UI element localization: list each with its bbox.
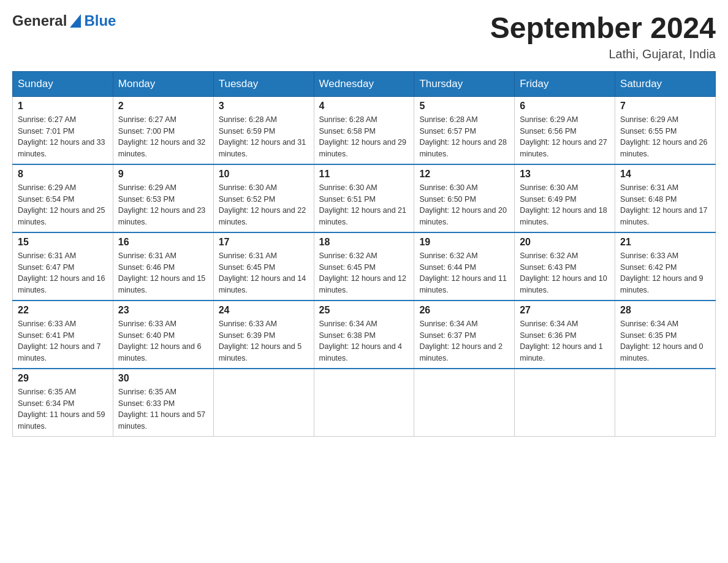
day-number: 28 <box>620 305 710 316</box>
day-number: 20 <box>520 237 610 248</box>
day-info: Sunrise: 6:33 AMSunset: 6:41 PMDaylight:… <box>18 318 108 364</box>
svg-marker-0 <box>70 14 81 28</box>
day-number: 5 <box>419 101 509 112</box>
day-info: Sunrise: 6:35 AMSunset: 6:34 PMDaylight:… <box>18 386 108 432</box>
day-number: 16 <box>118 237 208 248</box>
day-number: 2 <box>118 101 208 112</box>
logo-blue-text: Blue <box>84 12 116 29</box>
calendar-header-tuesday: Tuesday <box>213 71 314 96</box>
title-block: September 2024 Lathi, Gujarat, India <box>490 12 716 61</box>
calendar-header-friday: Friday <box>515 71 615 96</box>
day-info: Sunrise: 6:29 AMSunset: 6:55 PMDaylight:… <box>620 114 710 160</box>
calendar-week-row: 29 Sunrise: 6:35 AMSunset: 6:34 PMDaylig… <box>13 369 716 437</box>
calendar-cell <box>314 369 414 437</box>
calendar-cell: 21 Sunrise: 6:33 AMSunset: 6:42 PMDaylig… <box>615 232 716 301</box>
day-number: 21 <box>620 237 710 248</box>
calendar-cell: 25 Sunrise: 6:34 AMSunset: 6:38 PMDaylig… <box>314 301 414 369</box>
day-info: Sunrise: 6:35 AMSunset: 6:33 PMDaylight:… <box>118 386 208 432</box>
day-number: 17 <box>219 237 309 248</box>
day-info: Sunrise: 6:33 AMSunset: 6:39 PMDaylight:… <box>219 318 309 364</box>
calendar-cell: 18 Sunrise: 6:32 AMSunset: 6:45 PMDaylig… <box>314 232 414 301</box>
day-info: Sunrise: 6:34 AMSunset: 6:37 PMDaylight:… <box>419 318 509 364</box>
day-number: 22 <box>18 305 108 316</box>
calendar-header-sunday: Sunday <box>13 71 113 96</box>
logo-triangle-icon <box>70 14 81 28</box>
day-number: 24 <box>219 305 309 316</box>
day-number: 6 <box>520 101 610 112</box>
calendar-cell <box>213 369 314 437</box>
calendar-cell: 27 Sunrise: 6:34 AMSunset: 6:36 PMDaylig… <box>515 301 615 369</box>
calendar-cell: 8 Sunrise: 6:29 AMSunset: 6:54 PMDayligh… <box>13 164 113 232</box>
calendar-week-row: 22 Sunrise: 6:33 AMSunset: 6:41 PMDaylig… <box>13 301 716 369</box>
calendar-cell: 4 Sunrise: 6:28 AMSunset: 6:58 PMDayligh… <box>314 96 414 164</box>
calendar-cell: 29 Sunrise: 6:35 AMSunset: 6:34 PMDaylig… <box>13 369 113 437</box>
day-info: Sunrise: 6:28 AMSunset: 6:57 PMDaylight:… <box>419 114 509 160</box>
calendar-cell: 24 Sunrise: 6:33 AMSunset: 6:39 PMDaylig… <box>213 301 314 369</box>
location-subtitle: Lathi, Gujarat, India <box>490 47 716 61</box>
day-info: Sunrise: 6:27 AMSunset: 7:01 PMDaylight:… <box>18 114 108 160</box>
day-info: Sunrise: 6:30 AMSunset: 6:51 PMDaylight:… <box>319 182 409 228</box>
calendar-cell: 10 Sunrise: 6:30 AMSunset: 6:52 PMDaylig… <box>213 164 314 232</box>
calendar-cell: 13 Sunrise: 6:30 AMSunset: 6:49 PMDaylig… <box>515 164 615 232</box>
day-info: Sunrise: 6:31 AMSunset: 6:47 PMDaylight:… <box>18 250 108 296</box>
calendar-table: SundayMondayTuesdayWednesdayThursdayFrid… <box>12 71 716 437</box>
calendar-cell: 5 Sunrise: 6:28 AMSunset: 6:57 PMDayligh… <box>414 96 515 164</box>
calendar-title: September 2024 <box>490 12 716 45</box>
calendar-cell: 9 Sunrise: 6:29 AMSunset: 6:53 PMDayligh… <box>113 164 213 232</box>
calendar-cell: 28 Sunrise: 6:34 AMSunset: 6:35 PMDaylig… <box>615 301 716 369</box>
day-number: 23 <box>118 305 208 316</box>
day-number: 8 <box>18 169 108 180</box>
day-info: Sunrise: 6:32 AMSunset: 6:44 PMDaylight:… <box>419 250 509 296</box>
calendar-header-thursday: Thursday <box>414 71 515 96</box>
calendar-week-row: 8 Sunrise: 6:29 AMSunset: 6:54 PMDayligh… <box>13 164 716 232</box>
calendar-cell: 30 Sunrise: 6:35 AMSunset: 6:33 PMDaylig… <box>113 369 213 437</box>
calendar-week-row: 15 Sunrise: 6:31 AMSunset: 6:47 PMDaylig… <box>13 232 716 301</box>
day-number: 18 <box>319 237 409 248</box>
day-number: 10 <box>219 169 309 180</box>
day-number: 14 <box>620 169 710 180</box>
calendar-cell: 2 Sunrise: 6:27 AMSunset: 7:00 PMDayligh… <box>113 96 213 164</box>
day-info: Sunrise: 6:34 AMSunset: 6:36 PMDaylight:… <box>520 318 610 364</box>
logo-general-text: General <box>12 12 67 29</box>
calendar-cell: 16 Sunrise: 6:31 AMSunset: 6:46 PMDaylig… <box>113 232 213 301</box>
day-number: 15 <box>18 237 108 248</box>
calendar-week-row: 1 Sunrise: 6:27 AMSunset: 7:01 PMDayligh… <box>13 96 716 164</box>
calendar-header-row: SundayMondayTuesdayWednesdayThursdayFrid… <box>13 71 716 96</box>
day-info: Sunrise: 6:27 AMSunset: 7:00 PMDaylight:… <box>118 114 208 160</box>
day-info: Sunrise: 6:32 AMSunset: 6:43 PMDaylight:… <box>520 250 610 296</box>
calendar-header-wednesday: Wednesday <box>314 71 414 96</box>
logo: General Blue <box>12 12 116 29</box>
calendar-cell: 17 Sunrise: 6:31 AMSunset: 6:45 PMDaylig… <box>213 232 314 301</box>
day-number: 7 <box>620 101 710 112</box>
calendar-cell <box>414 369 515 437</box>
day-number: 3 <box>219 101 309 112</box>
calendar-header-monday: Monday <box>113 71 213 96</box>
calendar-cell: 1 Sunrise: 6:27 AMSunset: 7:01 PMDayligh… <box>13 96 113 164</box>
day-info: Sunrise: 6:30 AMSunset: 6:50 PMDaylight:… <box>419 182 509 228</box>
day-info: Sunrise: 6:33 AMSunset: 6:42 PMDaylight:… <box>620 250 710 296</box>
calendar-cell: 3 Sunrise: 6:28 AMSunset: 6:59 PMDayligh… <box>213 96 314 164</box>
day-number: 4 <box>319 101 409 112</box>
day-info: Sunrise: 6:31 AMSunset: 6:45 PMDaylight:… <box>219 250 309 296</box>
day-number: 29 <box>18 373 108 384</box>
day-info: Sunrise: 6:28 AMSunset: 6:59 PMDaylight:… <box>219 114 309 160</box>
calendar-cell: 22 Sunrise: 6:33 AMSunset: 6:41 PMDaylig… <box>13 301 113 369</box>
page-header: General Blue September 2024 Lathi, Gujar… <box>12 12 716 61</box>
day-number: 30 <box>118 373 208 384</box>
calendar-cell: 12 Sunrise: 6:30 AMSunset: 6:50 PMDaylig… <box>414 164 515 232</box>
day-info: Sunrise: 6:29 AMSunset: 6:56 PMDaylight:… <box>520 114 610 160</box>
day-number: 12 <box>419 169 509 180</box>
calendar-header-saturday: Saturday <box>615 71 716 96</box>
day-info: Sunrise: 6:31 AMSunset: 6:46 PMDaylight:… <box>118 250 208 296</box>
calendar-cell: 20 Sunrise: 6:32 AMSunset: 6:43 PMDaylig… <box>515 232 615 301</box>
day-info: Sunrise: 6:33 AMSunset: 6:40 PMDaylight:… <box>118 318 208 364</box>
calendar-cell <box>615 369 716 437</box>
day-info: Sunrise: 6:32 AMSunset: 6:45 PMDaylight:… <box>319 250 409 296</box>
calendar-cell: 23 Sunrise: 6:33 AMSunset: 6:40 PMDaylig… <box>113 301 213 369</box>
day-info: Sunrise: 6:34 AMSunset: 6:35 PMDaylight:… <box>620 318 710 364</box>
calendar-cell: 11 Sunrise: 6:30 AMSunset: 6:51 PMDaylig… <box>314 164 414 232</box>
calendar-cell: 6 Sunrise: 6:29 AMSunset: 6:56 PMDayligh… <box>515 96 615 164</box>
day-number: 11 <box>319 169 409 180</box>
day-number: 13 <box>520 169 610 180</box>
calendar-cell: 14 Sunrise: 6:31 AMSunset: 6:48 PMDaylig… <box>615 164 716 232</box>
